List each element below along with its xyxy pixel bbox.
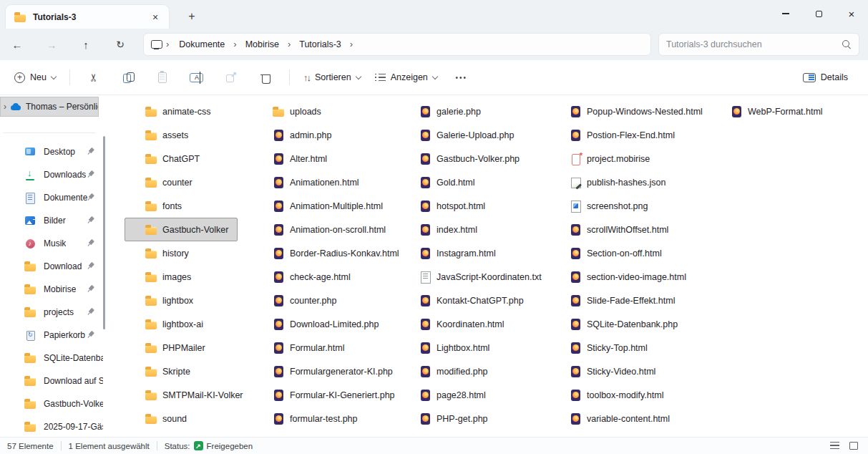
sidebar-item-2025-09-17-g-ste[interactable]: 2025-09-17-Gäste bbox=[0, 415, 103, 438]
file-item-sound[interactable]: sound bbox=[125, 407, 196, 430]
maximize-button[interactable] bbox=[802, 0, 835, 27]
up-button[interactable]: ↑ bbox=[74, 32, 98, 57]
file-item-page28-html[interactable]: page28.html bbox=[399, 383, 495, 407]
copy-button[interactable] bbox=[112, 64, 144, 90]
sidebar-item-download-auf-se[interactable]: Download auf Se bbox=[0, 370, 103, 392]
file-item-formular-html[interactable]: Formular.html bbox=[252, 336, 353, 359]
file-item-hotspot-html[interactable]: hotspot.html bbox=[399, 194, 494, 218]
details-pane-button[interactable]: Details bbox=[796, 64, 855, 90]
file-item-smtpmail-ki-volker[interactable]: SMTPMail-KI-Volker bbox=[125, 383, 253, 407]
file-item-history[interactable]: history bbox=[125, 241, 198, 265]
refresh-button[interactable]: ↻ bbox=[108, 32, 132, 57]
file-item-skripte[interactable]: Skripte bbox=[125, 359, 200, 383]
sidebar-item-desktop[interactable]: Desktop bbox=[0, 140, 103, 163]
file-item-uploads[interactable]: uploads bbox=[252, 100, 331, 123]
file-item-formular-test-php[interactable]: formular-test.php bbox=[252, 407, 366, 430]
sidebar-item-onedrive-root[interactable]: › Thomas – Persönlich bbox=[0, 97, 99, 117]
search-box[interactable] bbox=[658, 33, 859, 56]
chevron-expand-icon[interactable]: › bbox=[4, 102, 6, 112]
file-item-lightbox[interactable]: lightbox bbox=[125, 289, 203, 312]
file-item-animationen-html[interactable]: Animationen.html bbox=[252, 170, 369, 194]
file-item-animation-multiple-html[interactable]: Animation-Multiple.html bbox=[252, 194, 392, 218]
file-item-kontakt-chatgpt-php[interactable]: Kontakt-ChatGPT.php bbox=[399, 289, 533, 312]
file-item-javascript-koordinaten-txt[interactable]: JavaScript-Koordinaten.txt bbox=[399, 265, 551, 289]
tab-tutorials-3[interactable]: Tutorials-3 × bbox=[6, 5, 169, 29]
file-item-gold-html[interactable]: Gold.html bbox=[399, 170, 484, 194]
file-item-postion-flex-end-html[interactable]: Postion-Flex-End.html bbox=[549, 123, 684, 147]
new-tab-button[interactable]: + bbox=[182, 7, 201, 26]
minimize-button[interactable] bbox=[769, 0, 802, 27]
file-item-section-video-image-html[interactable]: section-video-image.html bbox=[549, 265, 696, 289]
more-options-button[interactable]: ••• bbox=[446, 64, 477, 90]
file-item-scrollwithoffset-html[interactable]: scrollWithOffset.html bbox=[549, 218, 678, 241]
file-item-formulargenerator-ki-php[interactable]: Formulargenerator-KI.php bbox=[252, 359, 402, 383]
file-item-assets[interactable]: assets bbox=[125, 123, 198, 147]
back-button[interactable]: ← bbox=[5, 32, 29, 57]
breadcrumb-item[interactable]: Dokumente bbox=[173, 37, 230, 52]
file-item-publish-hashes-json[interactable]: publish-hashes.json bbox=[549, 170, 676, 194]
sidebar-item-papierkorb[interactable]: Papierkorb bbox=[0, 324, 103, 347]
breadcrumb-item[interactable]: Mobirise bbox=[240, 37, 285, 52]
file-item-images[interactable]: images bbox=[125, 265, 200, 289]
file-item-lightbox-html[interactable]: Lightbox.html bbox=[399, 336, 499, 359]
file-item-modified-php[interactable]: modified.php bbox=[399, 359, 497, 383]
sidebar-item-gastbuch-volker[interactable]: Gastbuch-Volker bbox=[0, 392, 103, 415]
delete-button[interactable] bbox=[250, 64, 281, 90]
file-item-phpmailer[interactable]: PHPMailer bbox=[125, 336, 215, 359]
file-item-slide-fade-effekt-html[interactable]: Slide-Fade-Effekt.html bbox=[549, 289, 684, 312]
sidebar-item-projects[interactable]: projects bbox=[0, 301, 103, 324]
forward-button[interactable]: → bbox=[39, 32, 64, 57]
file-item-gastbuch-volker-php[interactable]: Gastbuch-Volker.php bbox=[399, 147, 529, 170]
file-item-galerie-upload-php[interactable]: Galerie-Upload.php bbox=[399, 123, 523, 147]
file-item-sqlite-datenbank-php[interactable]: SQLite-Datenbank.php bbox=[549, 312, 687, 336]
file-item-download-limited-php[interactable]: Download-Limited.php bbox=[252, 312, 388, 336]
file-item-screenshot-png[interactable]: screenshot.png bbox=[549, 194, 657, 218]
view-button[interactable]: Anzeigen bbox=[368, 64, 444, 90]
sidebar-item-download[interactable]: Download bbox=[0, 255, 103, 278]
sidebar-item-bilder[interactable]: Bilder bbox=[0, 209, 103, 232]
file-item-variable-content-html[interactable]: variable-content.html bbox=[549, 407, 679, 430]
file-item-instagram-html[interactable]: Instagram.html bbox=[399, 241, 505, 265]
file-item-animate-css[interactable]: animate-css bbox=[125, 100, 220, 123]
sort-button[interactable]: ↑↓ Sortieren bbox=[296, 64, 368, 90]
file-item-php-get-php[interactable]: PHP-get.php bbox=[399, 407, 497, 430]
file-item-sticky-top-html[interactable]: Sticky-Top.html bbox=[549, 336, 657, 359]
file-item-project-mobirise[interactable]: project.mobirise bbox=[549, 147, 659, 170]
new-button[interactable]: + Neu bbox=[7, 64, 63, 90]
sidebar-item-downloads[interactable]: Downloads bbox=[0, 163, 103, 186]
cut-button[interactable]: ✂ bbox=[78, 64, 109, 90]
breadcrumb[interactable]: › Dokumente › Mobirise › Tutorials-3 › bbox=[143, 33, 651, 56]
file-item-popup-windows-nested-html[interactable]: Popup-Windows-Nested.html bbox=[549, 100, 712, 123]
sidebar-item-musik[interactable]: Musik bbox=[0, 232, 103, 255]
file-item-counter-php[interactable]: counter.php bbox=[252, 289, 346, 312]
share-button[interactable] bbox=[215, 64, 247, 90]
this-pc-icon[interactable] bbox=[151, 40, 162, 49]
file-item-gastbuch-volker[interactable]: Gastbuch-Volker bbox=[125, 218, 238, 241]
tab-close-icon[interactable]: × bbox=[147, 9, 163, 25]
search-icon[interactable] bbox=[842, 39, 852, 49]
file-item-alter-html[interactable]: Alter.html bbox=[252, 147, 336, 170]
paste-button[interactable] bbox=[147, 64, 178, 90]
sidebar-item-sqlite-datenbank[interactable]: SQLite-Datenbank bbox=[0, 347, 103, 370]
sidebar-item-mobirise[interactable]: Mobirise bbox=[0, 278, 103, 301]
file-item-toolbox-modify-html[interactable]: toolbox-modify.html bbox=[549, 383, 673, 407]
search-input[interactable] bbox=[666, 39, 842, 49]
list-view-toggle-icon[interactable] bbox=[830, 442, 839, 450]
file-item-galerie-php[interactable]: galerie.php bbox=[399, 100, 490, 123]
file-item-check-age-html[interactable]: check-age.html bbox=[252, 265, 360, 289]
file-item-fonts[interactable]: fonts bbox=[125, 194, 191, 218]
sidebar-item-dokumente[interactable]: Dokumente bbox=[0, 186, 103, 209]
file-item-index-html[interactable]: index.html bbox=[399, 218, 487, 241]
rename-button[interactable] bbox=[181, 64, 213, 90]
file-item-formular-ki-generiert-php[interactable]: Formular-KI-Generiert.php bbox=[252, 383, 404, 407]
file-item-webp-format-html[interactable]: WebP-Format.html bbox=[710, 100, 832, 123]
file-item-koordinaten-html[interactable]: Koordinaten.html bbox=[399, 312, 514, 336]
file-item-chatgpt[interactable]: ChatGPT bbox=[125, 147, 209, 170]
file-item-border-radius-konkav-html[interactable]: Border-Radius-Konkav.html bbox=[252, 241, 404, 265]
file-item-sticky-video-html[interactable]: Sticky-Video.html bbox=[549, 359, 665, 383]
breadcrumb-item[interactable]: Tutorials-3 bbox=[293, 37, 347, 52]
thumbnail-view-toggle-icon[interactable] bbox=[849, 442, 858, 450]
file-item-lightbox-ai[interactable]: lightbox-ai bbox=[125, 312, 213, 336]
file-item-section-on-off-html[interactable]: Section-on-off.html bbox=[549, 241, 671, 265]
close-button[interactable]: × bbox=[835, 0, 868, 27]
